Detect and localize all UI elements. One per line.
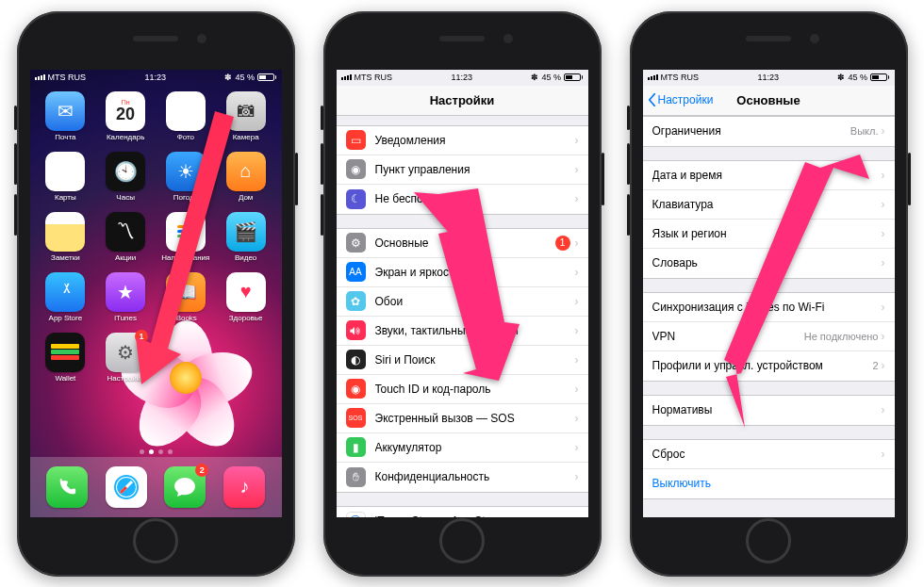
battery-pct: 45 %	[848, 73, 867, 82]
battery-icon	[257, 73, 277, 81]
status-bar: MTS RUS 11:23 ✽45 %	[337, 70, 588, 86]
home-button[interactable]	[439, 518, 485, 563]
battery-pct: 45 %	[541, 73, 561, 82]
chevron-right-icon: ›	[882, 403, 885, 416]
chevron-right-icon: ›	[575, 134, 579, 147]
row-siri[interactable]: ◐Siri и Поиск›	[337, 346, 588, 375]
row-touchid[interactable]: ◉Touch ID и код-пароль›	[337, 375, 588, 404]
app-calendar[interactable]: Пн20Календарь	[97, 91, 154, 150]
app-health[interactable]: ♥︎Здоровье	[218, 272, 274, 331]
chevron-left-icon	[647, 93, 657, 106]
iphone-device-3: MTS RUS 11:23 ✽45 % Настройки Основные О…	[630, 11, 908, 577]
chevron-right-icon: ›	[575, 383, 579, 396]
app-settings[interactable]: ⚙︎1Настройки	[97, 333, 154, 391]
app-wallet[interactable]: Wallet	[38, 333, 94, 391]
app-stocks[interactable]: 〽︎Акции	[97, 212, 154, 270]
app-maps[interactable]: 🗺Карты	[38, 152, 94, 210]
app-clock[interactable]: 🕙Часы	[97, 152, 154, 210]
navbar: Настройки	[337, 86, 588, 116]
page-indicator[interactable]	[30, 448, 282, 457]
row-privacy[interactable]: ✋︎Конфиденциальность›	[337, 463, 588, 492]
app-ibooks[interactable]: 📖iBooks	[157, 272, 214, 331]
row-sounds[interactable]: 🔊︎Звуки, тактильные сигналы›	[337, 317, 588, 346]
chevron-right-icon: ›	[575, 295, 579, 308]
carrier-label: MTS RUS	[48, 73, 87, 82]
signal-icon	[35, 74, 45, 80]
page-title: Настройки	[430, 93, 495, 107]
chevron-right-icon: ›	[882, 448, 885, 461]
messages-badge: 2	[195, 464, 208, 477]
chevron-right-icon: ›	[882, 256, 885, 269]
row-itunes-appstore[interactable]: ⒶiTunes Store и App Store›	[337, 507, 588, 517]
carrier-label: MTS RUS	[661, 73, 700, 82]
clock-label: 11:23	[144, 73, 166, 82]
iphone-device-2: MTS RUS 11:23 ✽45 % Настройки ▭Уведомлен…	[323, 11, 602, 577]
app-safari[interactable]	[106, 466, 147, 508]
clock-label: 11:23	[757, 73, 779, 82]
chevron-right-icon: ›	[575, 192, 579, 205]
chevron-right-icon: ›	[575, 236, 579, 250]
iphone-device-1: MTS RUS 11:23 ✽45 % ✉︎Почта Пн20Календар…	[17, 11, 295, 577]
app-mail[interactable]: ✉︎Почта	[38, 91, 94, 150]
row-vpn[interactable]: VPNНе подключено›	[643, 322, 895, 351]
app-reminders[interactable]: Напоминания	[157, 212, 214, 270]
row-restrictions[interactable]: ОграниченияВыкл.›	[643, 117, 895, 146]
chevron-right-icon: ›	[882, 169, 885, 182]
chevron-right-icon: ›	[882, 124, 885, 138]
row-shutdown[interactable]: Выключить	[643, 469, 895, 498]
bluetooth-icon: ✽	[531, 73, 538, 82]
row-sos[interactable]: SOSЭкстренный вызов — SOS›	[337, 404, 588, 433]
app-phone[interactable]	[46, 466, 88, 508]
chevron-right-icon: ›	[882, 227, 885, 240]
row-do-not-disturb[interactable]: ☾Не беспокоить›	[337, 185, 588, 214]
carrier-label: MTS RUS	[355, 73, 393, 82]
row-regulatory[interactable]: Нормативы›	[643, 396, 895, 425]
app-camera[interactable]: 📷︎Камера	[218, 91, 274, 150]
row-control-center[interactable]: ◉Пункт управления›	[337, 155, 588, 185]
app-itunes[interactable]: ★iTunes	[97, 272, 154, 331]
row-itunes-wifi-sync[interactable]: Синхронизация с iTunes по Wi-Fi›	[643, 293, 895, 322]
app-home[interactable]: ⌂Дом	[218, 152, 274, 210]
battery-icon	[870, 73, 890, 81]
chevron-right-icon: ›	[575, 514, 579, 517]
row-display[interactable]: AAЭкран и яркость›	[337, 258, 588, 287]
back-button[interactable]: Настройки	[647, 93, 714, 106]
home-button[interactable]	[746, 518, 791, 563]
chevron-right-icon: ›	[575, 163, 579, 176]
bluetooth-icon: ✽	[837, 73, 845, 82]
row-reset[interactable]: Сброс›	[643, 440, 895, 469]
chevron-right-icon: ›	[882, 198, 885, 211]
chevron-right-icon: ›	[882, 359, 885, 372]
settings-screen: MTS RUS 11:23 ✽45 % Настройки ▭Уведомлен…	[337, 70, 588, 517]
app-weather[interactable]: ☀︎Погода	[157, 152, 214, 210]
app-appstore[interactable]: App Store	[38, 272, 94, 331]
chevron-right-icon: ›	[882, 330, 885, 343]
row-keyboard[interactable]: Клавиатура›	[643, 190, 895, 220]
settings-badge: 1	[135, 330, 148, 343]
app-notes[interactable]: Заметки	[38, 212, 94, 270]
battery-pct: 45 %	[235, 73, 255, 82]
status-bar: MTS RUS 11:23 ✽45 %	[30, 70, 282, 86]
app-photos[interactable]: 🏵Фото	[157, 91, 214, 150]
row-notifications[interactable]: ▭Уведомления›	[337, 126, 588, 155]
app-videos[interactable]: 🎬Видео	[218, 212, 274, 270]
row-general[interactable]: ⚙︎Основные1›	[337, 229, 588, 258]
app-messages[interactable]: 2	[164, 466, 206, 508]
chevron-right-icon: ›	[575, 266, 579, 279]
row-profiles[interactable]: Профили и управл. устройством2›	[643, 351, 895, 381]
row-dictionary[interactable]: Словарь›	[643, 249, 895, 278]
clock-label: 11:23	[451, 73, 472, 82]
battery-icon	[564, 73, 584, 81]
chevron-right-icon: ›	[575, 353, 579, 367]
row-battery[interactable]: ▮Аккумулятор›	[337, 433, 588, 463]
home-screen: MTS RUS 11:23 ✽45 % ✉︎Почта Пн20Календар…	[30, 70, 282, 517]
page-title: Основные	[736, 93, 800, 107]
app-music[interactable]: ♪	[223, 466, 265, 508]
dock: 2 ♪	[30, 457, 282, 517]
bluetooth-icon: ✽	[224, 73, 232, 82]
row-wallpaper[interactable]: ✿Обои›	[337, 287, 588, 317]
row-language-region[interactable]: Язык и регион›	[643, 220, 895, 249]
row-date-time[interactable]: Дата и время›	[643, 161, 895, 190]
home-button[interactable]	[133, 518, 178, 563]
signal-icon	[341, 74, 352, 80]
